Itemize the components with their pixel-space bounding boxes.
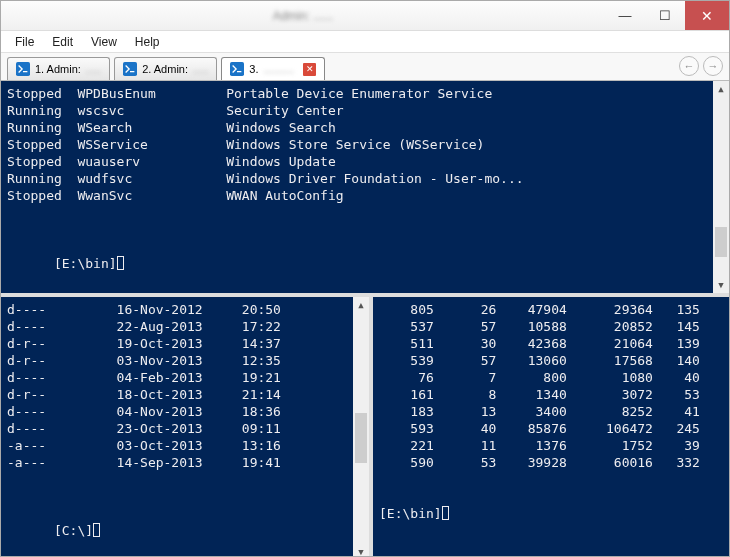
tab-3-label: 3. (249, 63, 258, 75)
nav-buttons: ← → (679, 56, 723, 76)
powershell-icon (123, 62, 137, 76)
tab-3[interactable]: 3. .......... ✕ (221, 57, 325, 80)
menu-bar: File Edit View Help (1, 31, 729, 53)
tab-3-suffix: .......... (263, 63, 294, 75)
scroll-up-icon[interactable]: ▲ (353, 297, 369, 313)
prompt: [C:\] (54, 523, 93, 538)
window-title: Admin: ...... (1, 9, 605, 23)
cursor (93, 523, 100, 537)
tab-1-suffix: ..... (86, 63, 101, 75)
menu-edit[interactable]: Edit (44, 33, 81, 51)
cursor (117, 256, 124, 270)
tab-1[interactable]: 1. Admin: ..... (7, 57, 110, 80)
scrollbar[interactable]: ▲ ▼ (353, 297, 369, 557)
prompt: [E:\bin] (379, 506, 442, 521)
scroll-up-icon[interactable]: ▲ (713, 81, 729, 97)
menu-help[interactable]: Help (127, 33, 168, 51)
minimize-button[interactable]: — (605, 1, 645, 30)
top-terminal[interactable]: Stopped WPDBusEnum Portable Device Enume… (1, 81, 729, 293)
scroll-thumb[interactable] (715, 227, 727, 257)
scroll-track[interactable] (353, 313, 369, 544)
menu-file[interactable]: File (7, 33, 42, 51)
maximize-button[interactable]: ☐ (645, 1, 685, 30)
tab-2-suffix: ..... (193, 63, 208, 75)
tab-strip: 1. Admin: ..... 2. Admin: ..... 3. .....… (1, 53, 729, 81)
tab-2[interactable]: 2. Admin: ..... (114, 57, 217, 80)
scroll-thumb[interactable] (355, 413, 367, 463)
powershell-icon (230, 62, 244, 76)
title-bar: Admin: ...... — ☐ ✕ (1, 1, 729, 31)
scroll-track[interactable] (713, 97, 729, 277)
powershell-icon (16, 62, 30, 76)
prompt: [E:\bin] (54, 256, 117, 271)
menu-view[interactable]: View (83, 33, 125, 51)
scrollbar[interactable]: ▲ ▼ (713, 81, 729, 293)
panes-container: Stopped WPDBusEnum Portable Device Enume… (1, 81, 729, 556)
scroll-down-icon[interactable]: ▼ (353, 544, 369, 557)
nav-back-button[interactable]: ← (679, 56, 699, 76)
bottom-pane-row: d---- 16-Nov-2012 20:50 d---- 22-Aug-201… (1, 293, 729, 557)
top-pane-row: Stopped WPDBusEnum Portable Device Enume… (1, 81, 729, 293)
tab-close-icon[interactable]: ✕ (303, 63, 316, 76)
cursor (442, 506, 449, 520)
close-button[interactable]: ✕ (685, 1, 729, 30)
window-buttons: — ☐ ✕ (605, 1, 729, 30)
left-terminal[interactable]: d---- 16-Nov-2012 20:50 d---- 22-Aug-201… (1, 297, 369, 557)
tab-2-label: 2. Admin: (142, 63, 188, 75)
tab-1-label: 1. Admin: (35, 63, 81, 75)
scroll-down-icon[interactable]: ▼ (713, 277, 729, 293)
right-terminal[interactable]: 805 26 47904 29364 135 537 57 10588 2085… (369, 297, 729, 557)
nav-forward-button[interactable]: → (703, 56, 723, 76)
